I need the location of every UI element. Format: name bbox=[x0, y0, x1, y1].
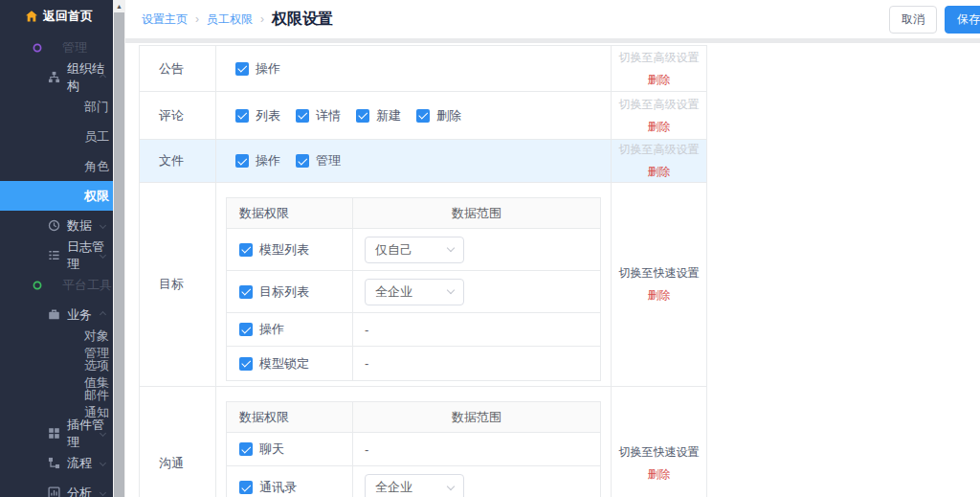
data-scope-table: 数据权限数据范围聊天-通讯录全企业 bbox=[226, 401, 601, 497]
sidebar-item-log-management[interactable]: 日志管理 bbox=[0, 240, 113, 270]
scope-permission-cell: 通讯录 bbox=[227, 466, 353, 497]
sidebar-nav: 管理组织结构部门员工角色权限数据日志管理平台工具业务对象管理选项值集邮件通知插件… bbox=[0, 33, 113, 497]
checkbox-checked[interactable] bbox=[239, 357, 253, 371]
sidebar-home-button[interactable]: 返回首页 bbox=[0, 0, 113, 33]
breadcrumb-link-employee-permission[interactable]: 员工权限 bbox=[207, 11, 253, 28]
permission-checkbox-item[interactable]: 列表 bbox=[235, 107, 280, 124]
sidebar-item-option-value-set[interactable]: 选项值集 bbox=[0, 359, 113, 389]
actions-cell: 切换至高级设置删除 bbox=[612, 92, 706, 139]
checkbox-checked[interactable] bbox=[235, 109, 249, 123]
permission-checkbox-item[interactable]: 目标列表 bbox=[239, 283, 309, 301]
scope-header-permission: 数据权限 bbox=[227, 198, 353, 228]
sidebar-item-object-management[interactable]: 对象管理 bbox=[0, 329, 113, 359]
scrollbar-up-arrow-icon[interactable]: ▲ bbox=[113, 0, 125, 12]
category-label: 沟通 bbox=[140, 387, 216, 497]
sidebar-item-employee[interactable]: 员工 bbox=[0, 122, 113, 151]
toggle-settings-mode-button: 切换至高级设置 bbox=[619, 142, 700, 158]
checkbox-checked[interactable] bbox=[416, 109, 430, 123]
checkbox-checked[interactable] bbox=[296, 154, 309, 168]
sidebar-item-department[interactable]: 部门 bbox=[0, 92, 113, 122]
breadcrumb-separator: › bbox=[260, 12, 264, 26]
breadcrumb-link-settings-home[interactable]: 设置主页 bbox=[142, 11, 188, 28]
scope-header-range: 数据范围 bbox=[353, 198, 600, 228]
sidebar-item-role[interactable]: 角色 bbox=[0, 151, 113, 181]
permission-checkbox-item[interactable]: 管理 bbox=[296, 152, 341, 169]
checkbox-checked[interactable] bbox=[235, 62, 249, 76]
permission-label: 操作 bbox=[259, 321, 284, 338]
select-value: 仅自己 bbox=[375, 241, 448, 259]
checkbox-checked[interactable] bbox=[356, 109, 369, 123]
data-scope-select[interactable]: 全企业 bbox=[365, 474, 464, 497]
permission-checkbox-item[interactable]: 新建 bbox=[356, 107, 401, 124]
checkbox-checked[interactable] bbox=[239, 285, 253, 299]
chevron-down-icon bbox=[447, 286, 455, 294]
permission-label: 模型列表 bbox=[259, 241, 309, 259]
chevron-down-icon bbox=[100, 460, 106, 466]
sidebar-scrollbar[interactable]: ▲ bbox=[113, 0, 125, 497]
permission-checkbox-item[interactable]: 操作 bbox=[235, 60, 280, 78]
breadcrumb-links: 设置主页›员工权限› bbox=[142, 11, 272, 28]
sidebar-item-label: 业务 bbox=[67, 306, 92, 324]
permission-checkbox-item[interactable]: 聊天 bbox=[239, 441, 284, 458]
sidebar-item-business[interactable]: 业务 bbox=[0, 300, 113, 329]
permission-checkbox-item[interactable]: 详情 bbox=[296, 107, 341, 124]
scope-range-cell: - bbox=[353, 433, 600, 465]
permission-table: 公告操作切换至高级设置删除评论列表详情新建删除切换至高级设置删除文件操作管理切换… bbox=[139, 45, 707, 497]
sidebar-item-workflow[interactable]: 流程 bbox=[0, 448, 113, 478]
sidebar-item-permission[interactable]: 权限 bbox=[0, 181, 113, 211]
scope-permission-cell: 目标列表 bbox=[227, 271, 353, 312]
delete-button[interactable]: 删除 bbox=[648, 119, 671, 135]
sidebar-item-platform-tools[interactable]: 平台工具 bbox=[0, 270, 113, 300]
sidebar-item-plugin-management[interactable]: 插件管理 bbox=[0, 418, 113, 448]
toggle-settings-mode-button: 切换至高级设置 bbox=[619, 97, 700, 113]
checkbox-checked[interactable] bbox=[239, 481, 253, 494]
sidebar-item-label: 管理 bbox=[62, 39, 87, 56]
scope-table-header: 数据权限数据范围 bbox=[227, 198, 600, 229]
scope-empty-dash: - bbox=[365, 323, 368, 337]
grid-icon bbox=[48, 427, 60, 440]
delete-button[interactable]: 删除 bbox=[648, 466, 671, 483]
actions-cell: 切换至高级设置删除 bbox=[612, 140, 706, 182]
page-title: 权限设置 bbox=[272, 10, 333, 30]
save-button[interactable]: 保存 bbox=[945, 6, 980, 34]
sidebar-item-management[interactable]: 管理 bbox=[0, 33, 113, 62]
scope-permission-cell: 模型列表 bbox=[227, 229, 353, 270]
checkbox-checked[interactable] bbox=[239, 243, 253, 257]
sidebar-item-analysis[interactable]: 分析 bbox=[0, 478, 113, 497]
permission-checkbox-item[interactable]: 通讯录 bbox=[239, 479, 297, 496]
checkbox-checked[interactable] bbox=[239, 323, 253, 336]
checkbox-checked[interactable] bbox=[239, 442, 253, 456]
sidebar-item-org-structure[interactable]: 组织结构 bbox=[0, 62, 113, 92]
data-scope-select[interactable]: 全企业 bbox=[365, 279, 464, 305]
checkbox-checked[interactable] bbox=[235, 154, 249, 168]
sidebar-item-label: 分析 bbox=[67, 485, 92, 497]
data-scope-select[interactable]: 仅自己 bbox=[365, 237, 464, 263]
permission-checkbox-item[interactable]: 删除 bbox=[416, 107, 461, 124]
permission-checkbox-item[interactable]: 模型列表 bbox=[239, 241, 309, 259]
scope-row: 目标列表全企业 bbox=[227, 271, 600, 313]
cancel-button[interactable]: 取消 bbox=[889, 6, 937, 34]
actions-cell: 切换至快速设置删除 bbox=[612, 183, 706, 386]
delete-button[interactable]: 删除 bbox=[648, 164, 671, 180]
scope-range-cell: - bbox=[353, 313, 600, 346]
page: { "colors": { "primary": "#2d8cf0", "sid… bbox=[0, 0, 980, 497]
scope-row: 模型列表仅自己 bbox=[227, 229, 600, 271]
permission-row-goal: 目标数据权限数据范围模型列表仅自己目标列表全企业操作-模型锁定-切换至快速设置删… bbox=[140, 183, 706, 387]
delete-button[interactable]: 删除 bbox=[648, 287, 671, 304]
scrollbar-thumb[interactable] bbox=[114, 12, 124, 497]
category-label: 目标 bbox=[140, 183, 216, 386]
checkbox-checked[interactable] bbox=[296, 109, 309, 123]
permission-checkbox-item[interactable]: 操作 bbox=[239, 321, 284, 338]
sidebar-item-email-notification[interactable]: 邮件通知 bbox=[0, 389, 113, 418]
delete-button[interactable]: 删除 bbox=[648, 72, 671, 88]
category-label: 评论 bbox=[140, 92, 216, 139]
sidebar-item-data[interactable]: 数据 bbox=[0, 211, 113, 240]
permission-label: 新建 bbox=[376, 107, 401, 124]
scope-empty-dash: - bbox=[365, 442, 368, 457]
clock-icon bbox=[48, 219, 60, 232]
category-label: 公告 bbox=[140, 46, 216, 91]
permission-checkbox-item[interactable]: 操作 bbox=[235, 152, 280, 169]
permission-checkbox-item[interactable]: 模型锁定 bbox=[239, 355, 309, 373]
toggle-settings-mode-button[interactable]: 切换至快速设置 bbox=[619, 444, 700, 461]
toggle-settings-mode-button[interactable]: 切换至快速设置 bbox=[619, 265, 700, 282]
